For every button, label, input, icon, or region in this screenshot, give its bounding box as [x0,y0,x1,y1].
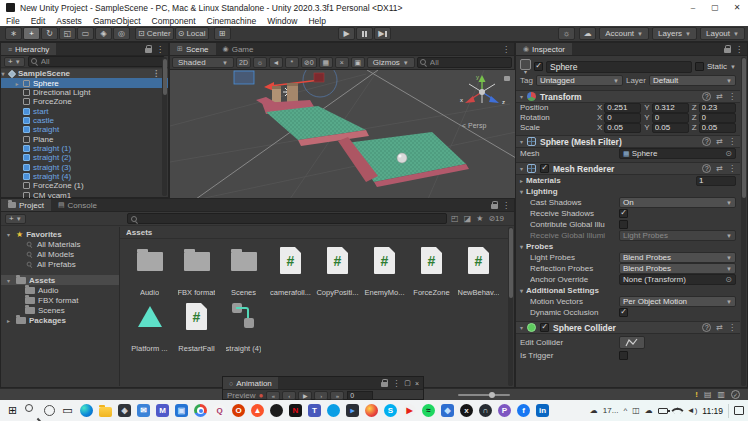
hierarchy-item[interactable]: ForceZone [1,97,168,106]
tab-scene[interactable]: ⊞Scene [170,43,216,55]
hierarchy-item[interactable]: ForceZone (1) [1,181,168,190]
file-explorer-icon[interactable] [99,407,112,417]
step-button[interactable]: ▶ [374,27,391,40]
task-view-button[interactable]: ▭ [61,404,74,417]
gizmos-dropdown[interactable]: Gizmos▼ [367,57,415,68]
layout-dropdown[interactable]: Layout▼ [700,27,745,40]
preview-toggle[interactable]: Preview [227,391,255,400]
asset-item[interactable]: FBX format [173,245,220,297]
prev-key-button[interactable]: ‹ [282,391,296,400]
create-asset-button[interactable]: +▼ [5,214,26,224]
hierarchy-item[interactable]: straight (1) [1,144,168,153]
is-trigger-checkbox[interactable] [619,351,628,360]
component-enabled-checkbox[interactable] [540,323,549,332]
help-icon[interactable]: ? [702,323,711,332]
quick-app-icon[interactable]: Q [213,404,226,417]
skype-icon[interactable]: S [384,404,397,417]
hierarchy-scrollbar[interactable] [162,57,167,196]
maximize-icon[interactable]: ▢ [404,379,411,387]
presets-icon[interactable]: ⇄ [716,164,723,173]
effects-toggle-icon[interactable]: *▼ [285,57,299,68]
asset-item[interactable]: CopyPositi... [314,245,361,297]
close-icon[interactable]: × [415,380,419,387]
materials-count-field[interactable] [696,176,736,186]
asset-item[interactable]: camerafoll... [267,245,314,297]
active-checkbox[interactable] [534,62,543,71]
presets-icon[interactable]: ⇄ [716,92,723,101]
persp-label[interactable]: < Persp [462,122,486,130]
rotation-y-field[interactable] [652,113,689,123]
favorites-filter-icon[interactable]: ★ [476,214,483,223]
menu-item[interactable]: Edit [31,16,46,26]
component-menu-icon[interactable]: ⋮ [728,323,736,332]
tray-expand-icon[interactable]: ^ [623,406,627,415]
component-menu-icon[interactable]: ⋮ [728,92,736,101]
position-x-field[interactable] [604,103,641,113]
panel-menu-icon[interactable]: ⋮ [156,45,164,54]
asset-item[interactable]: NewBehav... [455,245,502,297]
teams-icon[interactable]: T [308,404,321,417]
last-key-button[interactable]: » [330,391,344,400]
shading-mode-dropdown[interactable]: Shaded▼ [172,57,234,68]
favorites-item[interactable]: All Prefabs [1,259,119,269]
position-y-field[interactable] [652,103,689,113]
lock-icon[interactable] [724,48,731,53]
lock-icon[interactable] [381,382,388,387]
presets-icon[interactable]: ⇄ [716,137,723,146]
space-toggle-button[interactable]: ⊙Local [175,27,209,40]
spotify-icon[interactable]: ≈ [422,404,435,417]
move-tool[interactable]: + [23,27,40,40]
dark-round-app-icon[interactable]: ∩ [479,404,492,417]
dark-app-icon[interactable] [270,404,283,417]
create-object-button[interactable]: +▼ [4,57,25,67]
scene-viewport[interactable]: y x z < Persp [170,70,516,199]
transform-component-header[interactable]: ▾ Transform ?⇄⋮ [516,90,740,103]
help-icon[interactable]: ? [702,92,711,101]
thumbnail-size-slider[interactable] [458,394,510,396]
static-dropdown-icon[interactable]: ▼ [730,64,736,70]
asset-item[interactable]: Audio [126,245,173,297]
object-picker-icon[interactable]: ⊙ [725,149,732,158]
pivot-toggle-button[interactable]: ⊡Center [135,27,174,40]
quik-icon[interactable]: P [498,404,511,417]
facebook-icon[interactable]: f [517,404,530,417]
menu-item[interactable]: Component [152,16,196,26]
wifi-icon[interactable] [671,404,684,417]
audio-toggle-icon[interactable]: ◄▼ [269,57,283,68]
mesh-filter-header[interactable]: ▾ Sphere (Mesh Filter) ?⇄⋮ [516,135,740,148]
cortana-button[interactable] [44,405,55,416]
brave-icon[interactable]: ▲ [251,404,264,417]
office-icon[interactable]: O [232,404,245,417]
account-dropdown[interactable]: Account▼ [599,27,649,40]
editor-progress-icon[interactable]: ☼ [558,27,575,40]
start-button[interactable]: ⊞ [6,404,19,417]
mesh-renderer-header[interactable]: ▾ Mesh Renderer ?⇄⋮ [516,162,740,175]
favorites-header[interactable]: ▾★Favorites [1,229,119,239]
rect-tool[interactable]: ▭ [77,27,94,40]
camera-app-icon[interactable]: ◈ [118,404,131,417]
panel-menu-icon[interactable]: ⋮ [502,45,510,54]
folder-row[interactable]: Scenes [1,305,119,315]
tab-animation[interactable]: ○Animation [223,377,278,389]
menu-item[interactable]: Cinemachine [207,16,257,26]
reflection-probes-dropdown[interactable]: Blend Probes▼ [619,263,736,274]
light-probes-dropdown[interactable]: Blend Probes▼ [619,252,736,263]
console-window-icon[interactable]: ▤ [704,390,712,399]
grid-snap-button[interactable]: ⊞ [214,27,231,40]
inspector-scrollbar[interactable] [741,57,746,386]
2d-toggle-button[interactable]: 2D [236,57,251,68]
rotation-z-field[interactable] [699,113,736,123]
contribute-gi-checkbox[interactable] [619,220,628,229]
rotate-tool[interactable]: ↻ [41,27,58,40]
hierarchy-item[interactable]: straight [1,125,168,134]
folder-row[interactable]: Audio [1,285,119,295]
frame-field[interactable] [347,391,373,400]
motion-vectors-dropdown[interactable]: Per Object Motion▼ [619,296,736,307]
hidden-objects-icon[interactable]: ⊘0▼ [301,57,317,68]
lock-icon[interactable] [145,48,152,53]
weather-temp[interactable]: 17... [603,406,619,415]
menu-item[interactable]: File [6,16,20,26]
lighting-foldout[interactable]: ▾Lighting [516,186,740,197]
mesh-object-field[interactable]: ▦Sphere⊙ [619,148,736,159]
menu-item[interactable]: Assets [56,16,82,26]
